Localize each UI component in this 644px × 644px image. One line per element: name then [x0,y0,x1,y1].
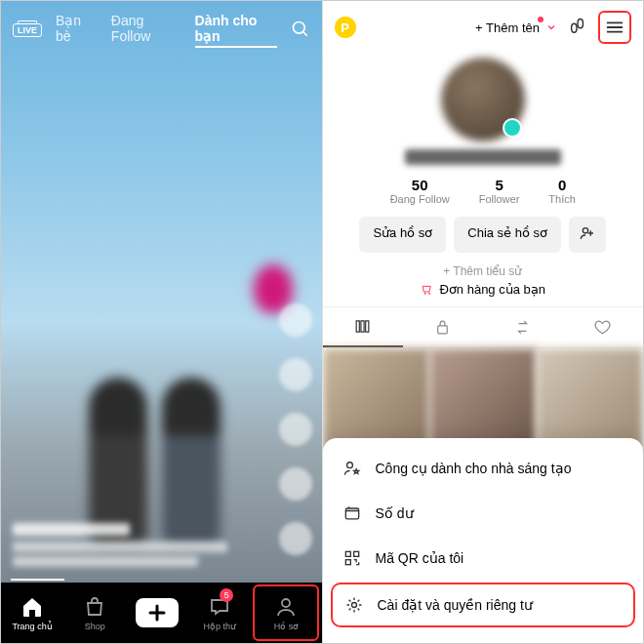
name-dropdown[interactable]: + Thêm tên [475,20,557,35]
tab-following[interactable]: Đang Follow [111,13,180,48]
notification-dot [538,17,543,22]
online-badge [503,118,522,138]
profile-screen: P + Thêm tên @username 50Đang Follow 5Fo… [323,1,644,643]
svg-point-2 [282,599,290,607]
orders-label: Đơn hàng của bạn [439,282,545,297]
svg-point-7 [346,463,352,468]
nav-shop-label: Shop [85,622,105,631]
tab-locked[interactable] [403,307,483,347]
stat-following[interactable]: 50Đang Follow [390,177,450,205]
video-preview[interactable] [1,1,322,583]
avatar-icon[interactable] [279,303,312,337]
person-star-icon [342,459,362,478]
add-bio-button[interactable]: + Thêm tiểu sử [323,264,644,278]
tab-reposts[interactable] [483,307,563,347]
video-caption [13,523,254,567]
stats-row: 50Đang Follow 5Follower 0Thích [323,177,644,205]
nav-inbox[interactable]: 5 Hộp thư [188,583,251,643]
live-icon[interactable]: LIVE [13,23,42,37]
sheet-settings[interactable]: Cài đặt và quyền riêng tư [331,583,636,627]
tab-friends[interactable]: Bạn bè [56,13,96,48]
avatar-wrap [323,58,644,141]
svg-point-3 [572,23,578,32]
svg-line-1 [302,31,306,35]
svg-rect-10 [353,551,358,556]
svg-point-0 [293,21,304,33]
tab-foryou[interactable]: Dành cho bạn [195,13,277,48]
sheet-creator-tools[interactable]: Công cụ dành cho nhà sáng tạo [323,446,644,491]
nav-home[interactable]: Trang chủ [1,583,63,643]
profile-tabs [323,306,644,348]
chevron-down-icon [545,21,557,33]
comment-icon[interactable] [279,413,312,446]
menu-button[interactable] [598,11,631,44]
stat-likes[interactable]: 0Thích [548,177,576,205]
tab-grid[interactable] [323,307,403,347]
profile-header: P + Thêm tên [323,1,644,54]
coin-icon[interactable]: P [335,17,356,38]
plus-icon [136,598,179,627]
wallet-icon [342,503,362,523]
views-icon[interactable] [567,15,588,40]
username: @username [323,149,644,165]
nav-profile-label: Hồ sơ [274,622,300,631]
bottom-nav: Trang chủ Shop 5 Hộp thư Hồ sơ [1,583,322,643]
cart-icon [420,282,434,297]
stat-followers[interactable]: 5Follower [479,177,520,205]
edit-profile-button[interactable]: Sửa hồ sơ [359,217,446,253]
nav-shop[interactable]: Shop [63,583,126,643]
add-name-label: + Thêm tên [475,20,540,35]
gear-icon [344,595,364,615]
action-rail [279,303,312,555]
svg-point-4 [578,20,584,28]
tab-liked[interactable] [563,307,643,347]
top-bar: LIVE Bạn bè Đang Follow Dành cho bạn [1,13,322,48]
feed-screen: LIVE Bạn bè Đang Follow Dành cho bạn Tra… [1,1,323,643]
svg-rect-8 [345,508,358,519]
qr-icon [342,548,362,568]
nav-inbox-label: Hộp thư [204,622,237,631]
profile-buttons: Sửa hồ sơ Chia sẻ hồ sơ [323,217,644,253]
add-friend-button[interactable] [569,217,606,253]
search-icon[interactable] [291,20,310,42]
sheet-label: Cài đặt và quyền riêng tư [378,597,533,613]
progress-bar[interactable] [11,579,64,581]
svg-point-5 [583,228,587,233]
sheet-balance[interactable]: Số dư [323,491,644,536]
share-icon[interactable] [279,522,312,555]
sheet-label: Công cụ dành cho nhà sáng tạo [376,461,572,476]
sheet-label: Mã QR của tôi [376,550,464,566]
menu-sheet: Công cụ dành cho nhà sáng tạo Số dư Mã Q… [323,438,644,643]
nav-home-label: Trang chủ [12,622,52,631]
svg-point-12 [351,603,356,608]
orders-link[interactable]: Đơn hàng của bạn [323,282,644,297]
nav-create[interactable] [126,583,188,643]
share-profile-button[interactable]: Chia sẻ hồ sơ [454,217,561,253]
nav-profile[interactable]: Hồ sơ [253,584,319,641]
sheet-qr[interactable]: Mã QR của tôi [323,536,644,581]
svg-rect-11 [345,560,350,565]
svg-rect-9 [345,551,350,556]
like-icon[interactable] [279,358,312,391]
bookmark-icon[interactable] [279,467,312,501]
sheet-label: Số dư [376,505,414,521]
svg-rect-6 [438,326,448,334]
